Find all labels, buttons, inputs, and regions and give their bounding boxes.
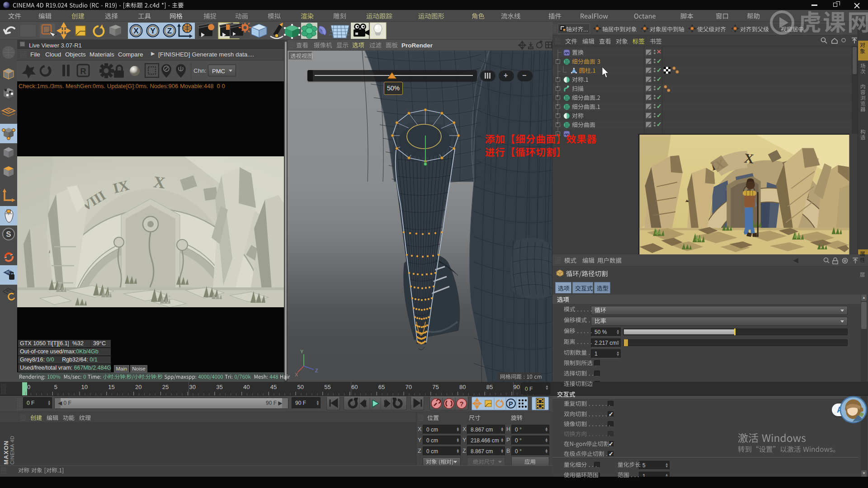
svg-text:Z: Z	[315, 368, 318, 373]
svg-text:Z: Z	[167, 27, 172, 35]
svg-text:Y: Y	[300, 349, 304, 354]
svg-text:X: X	[743, 150, 755, 166]
svg-text:S: S	[6, 230, 11, 239]
svg-text:X: X	[133, 27, 139, 35]
svg-text:?: ?	[459, 400, 463, 408]
svg-text:Y: Y	[150, 27, 156, 35]
svg-text:X: X	[295, 372, 298, 377]
svg-text:R: R	[80, 67, 86, 76]
svg-text:P: P	[509, 400, 513, 408]
svg-text:X: X	[152, 173, 166, 192]
